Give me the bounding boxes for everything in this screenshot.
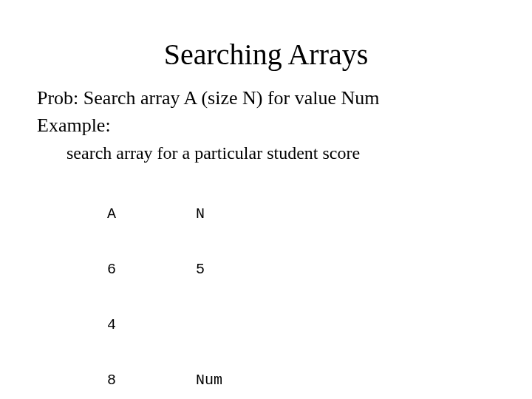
- table-row: A N: [107, 205, 495, 223]
- col-b-value: 5: [196, 260, 205, 279]
- table-row: 6 5: [107, 260, 495, 279]
- col-a-value: 6: [107, 260, 196, 279]
- slide: Searching Arrays Prob: Search array A (s…: [0, 0, 532, 399]
- problem-statement: Prob: Search array A (size N) for value …: [37, 86, 495, 111]
- table-row: 4: [107, 316, 495, 334]
- col-b-label: Num: [196, 371, 222, 389]
- page-title: Searching Arrays: [37, 37, 495, 72]
- table-row: 8 Num: [107, 371, 495, 389]
- col-a-value: 8: [107, 371, 196, 389]
- col-a-header: A: [107, 205, 196, 223]
- col-a-value: 4: [107, 316, 196, 334]
- col-b-header: N: [196, 205, 205, 223]
- example-data-block: A N 6 5 4 8 Num 10 8 1: [107, 168, 495, 399]
- example-label: Example:: [37, 114, 495, 138]
- example-description: search array for a particular student sc…: [66, 143, 495, 163]
